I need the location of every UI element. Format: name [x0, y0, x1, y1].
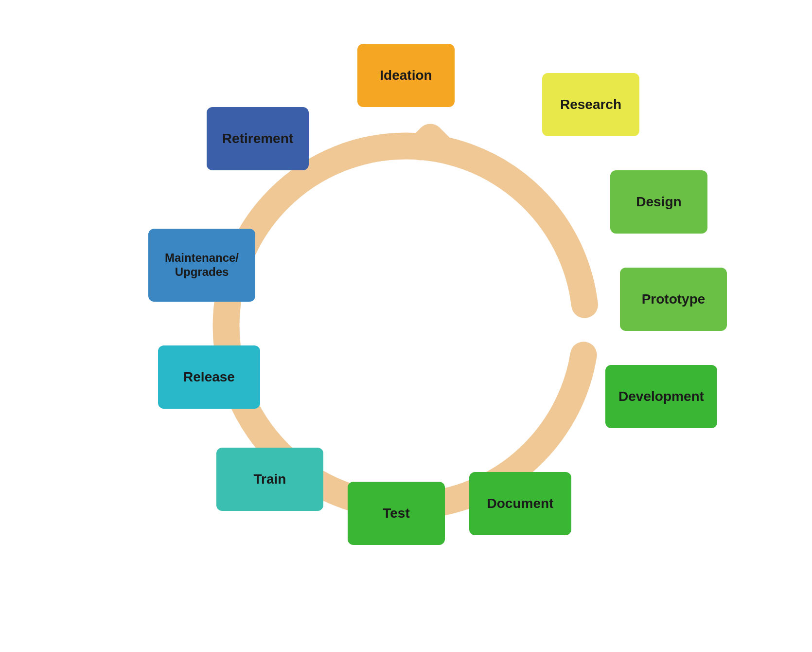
stage-release: Release: [158, 345, 260, 409]
stage-document: Document: [469, 472, 571, 535]
stage-train: Train: [216, 448, 323, 511]
stage-development: Development: [605, 365, 717, 428]
lifecycle-diagram: Ideation Research Design Prototype Devel…: [114, 34, 698, 618]
stage-ideation: Ideation: [357, 44, 455, 107]
arrow-tip: [421, 137, 440, 147]
stage-test: Test: [348, 482, 445, 545]
stage-maintenance: Maintenance/ Upgrades: [148, 229, 255, 302]
stage-design: Design: [610, 170, 707, 234]
stage-retirement: Retirement: [207, 107, 309, 170]
stage-prototype: Prototype: [620, 268, 727, 331]
stage-research: Research: [542, 73, 639, 136]
